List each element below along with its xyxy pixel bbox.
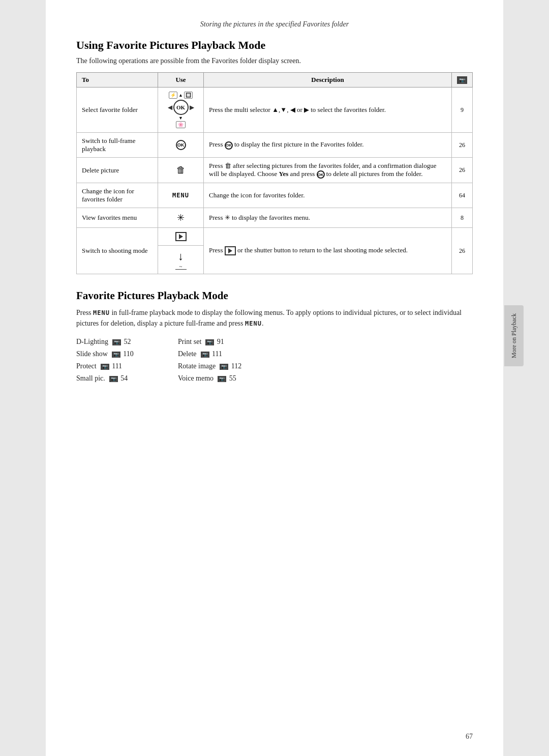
item-label: Small pic. xyxy=(76,374,105,383)
item-label: Protect xyxy=(76,362,97,370)
item-label: Voice memo xyxy=(178,374,214,383)
section1-intro: The following operations are possible fr… xyxy=(76,57,473,65)
table-row: Select favorite folder ⚡ ▲ 🔲 ◀ OK ▶ xyxy=(77,88,473,133)
section2-body: Press MENU in full-frame playback mode t… xyxy=(76,307,473,329)
row-description: Change the icon for favorites folder. xyxy=(204,183,452,208)
play-triangle-icon xyxy=(179,234,183,239)
features-table: To Use Description 📷 Select favorite fol… xyxy=(76,72,473,274)
list-item: Voice memo 📷 55 xyxy=(178,373,280,384)
row-to: Delete picture xyxy=(77,158,158,183)
page: Storing the pictures in the specified Fa… xyxy=(46,0,503,756)
col-ref: 📷 xyxy=(452,73,473,88)
header-title: Storing the pictures in the specified Fa… xyxy=(200,20,349,28)
item-label: D-Lighting xyxy=(76,338,108,346)
item-ref: 📷 111 xyxy=(201,350,222,358)
item-ref: 📷 52 xyxy=(112,338,131,346)
row-description: Press 🗑 after selecting pictures from th… xyxy=(204,158,452,183)
section2-title: Favorite Pictures Playback Mode xyxy=(76,289,473,302)
list-item: Rotate image 📷 112 xyxy=(178,361,280,371)
sidebar-tab: More on Playback xyxy=(504,305,524,366)
menu-list: D-Lighting 📷 52 Print set 📷 91 Slide sho… xyxy=(76,337,473,384)
col-to: To xyxy=(77,73,158,88)
row-use: 🗑 xyxy=(158,158,204,183)
table-row: Change the icon for favorites folder MEN… xyxy=(77,183,473,208)
row-ref: 64 xyxy=(452,183,473,208)
row-use: ⚡ ▲ 🔲 ◀ OK ▶ ▼ 🌸 xyxy=(158,88,204,133)
row-description: Press or the shutter button to return to… xyxy=(204,228,452,274)
row-description: Press ✳ to display the favorites menu. xyxy=(204,208,452,228)
down-arrow-icon: ↓ xyxy=(178,250,184,263)
col-description: Description xyxy=(204,73,452,88)
item-ref: 📷 112 xyxy=(220,362,241,370)
trash-icon: 🗑 xyxy=(176,165,186,175)
row-ref: 26 xyxy=(452,228,473,274)
row-description: Press OK to display the first picture in… xyxy=(204,133,452,158)
section1-title: Using Favorite Pictures Playback Mode xyxy=(76,39,473,52)
item-label: Delete xyxy=(178,350,197,358)
item-ref: 📷 55 xyxy=(218,374,236,383)
row-to: Switch to full-frame playback xyxy=(77,133,158,158)
row-use: OK xyxy=(158,133,204,158)
row-ref: 8 xyxy=(452,208,473,228)
row-to: Change the icon for favorites folder xyxy=(77,183,158,208)
list-item: Print set 📷 91 xyxy=(178,337,280,347)
row-use: ✳ xyxy=(158,208,204,228)
list-item: Small pic. 📷 54 xyxy=(76,373,178,384)
row-ref: 26 xyxy=(452,133,473,158)
list-item: D-Lighting 📷 52 xyxy=(76,337,178,347)
ok-icon: OK xyxy=(176,140,186,150)
item-label: Rotate image xyxy=(178,362,216,370)
star-icon: ✳ xyxy=(177,213,185,223)
list-item: Protect 📷 111 xyxy=(76,361,178,371)
table-row: Switch to full-frame playback OK Press O… xyxy=(77,133,473,158)
list-item: Delete 📷 111 xyxy=(178,349,280,359)
play-rect-icon xyxy=(175,232,187,241)
row-ref: 26 xyxy=(452,158,473,183)
item-ref: 📷 54 xyxy=(109,374,128,383)
list-item: Slide show 📷 110 xyxy=(76,349,178,359)
item-ref: 📷 110 xyxy=(112,350,134,358)
row-use xyxy=(158,228,204,246)
row-to: View favorites menu xyxy=(77,208,158,228)
row-to: Switch to shooting mode xyxy=(77,228,158,274)
col-use: Use xyxy=(158,73,204,88)
table-row: View favorites menu ✳ Press ✳ to display… xyxy=(77,208,473,228)
table-row: Switch to shooting mode Press or the shu… xyxy=(77,228,473,246)
item-ref: 📷 91 xyxy=(205,338,224,346)
page-number: 67 xyxy=(466,733,473,741)
row-use: ↓ ~ xyxy=(158,246,204,274)
sidebar-label: More on Playback xyxy=(510,313,518,358)
page-header: Storing the pictures in the specified Fa… xyxy=(76,20,473,28)
row-use: MENU xyxy=(158,183,204,208)
item-label: Slide show xyxy=(76,350,108,358)
item-ref: 📷 111 xyxy=(101,362,122,370)
table-row: Delete picture 🗑 Press 🗑 after selecting… xyxy=(77,158,473,183)
row-description: Press the multi selector ▲,▼, ◀ or ▶ to … xyxy=(204,88,452,133)
row-to: Select favorite folder xyxy=(77,88,158,133)
menu-icon: MENU xyxy=(172,192,189,199)
item-label: Print set xyxy=(178,338,201,346)
row-ref: 9 xyxy=(452,88,473,133)
